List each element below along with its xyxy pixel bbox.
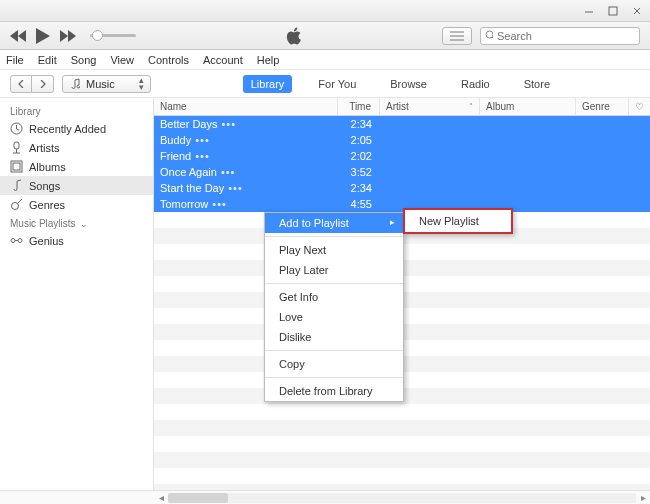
tab-for-you[interactable]: For You (310, 75, 364, 93)
sidebar-item-label: Albums (29, 161, 66, 173)
tab-store[interactable]: Store (516, 75, 558, 93)
player-toolbar (0, 22, 650, 50)
table-row[interactable]: Better Days •••2:34 (154, 116, 650, 132)
table-row[interactable]: Buddy •••2:05 (154, 132, 650, 148)
empty-row (154, 420, 650, 436)
chevron-down-icon: ⌄ (80, 219, 88, 229)
list-view-button[interactable] (442, 27, 472, 45)
search-field-wrapper (480, 27, 640, 45)
nav-back-button[interactable] (10, 75, 32, 93)
song-time: 2:34 (338, 118, 380, 130)
song-name: Friend (160, 150, 191, 162)
sidebar: Library Recently Added Artists Albums So… (0, 98, 154, 490)
menu-controls[interactable]: Controls (148, 54, 189, 66)
more-icon[interactable]: ••• (195, 134, 210, 146)
more-icon[interactable]: ••• (221, 166, 236, 178)
scroll-thumb[interactable] (168, 493, 228, 503)
separator (265, 377, 403, 378)
apple-logo (146, 27, 442, 45)
more-icon[interactable]: ••• (195, 150, 210, 162)
submenu: New Playlist (403, 208, 513, 234)
ctx-play-later[interactable]: Play Later (265, 260, 403, 280)
ctx-dislike[interactable]: Dislike (265, 327, 403, 347)
table-row[interactable]: Tomorrow •••4:55 (154, 196, 650, 212)
sidebar-item-recently-added[interactable]: Recently Added (0, 119, 153, 138)
horizontal-scrollbar[interactable]: ◂ ▸ (154, 491, 650, 504)
menu-account[interactable]: Account (203, 54, 243, 66)
rewind-button[interactable] (10, 30, 26, 42)
empty-row (154, 484, 650, 490)
column-artist[interactable]: Artist˄ (380, 98, 480, 115)
empty-row (154, 436, 650, 452)
sidebar-header-playlists[interactable]: Music Playlists ⌄ (0, 214, 153, 231)
guitar-icon (10, 198, 23, 211)
play-button[interactable] (36, 28, 50, 44)
sidebar-item-genius[interactable]: Genius (0, 231, 153, 250)
sidebar-item-label: Genius (29, 235, 64, 247)
tab-browse[interactable]: Browse (382, 75, 435, 93)
source-selector[interactable]: Music ▴▾ (62, 75, 151, 93)
table-row[interactable]: Start the Day •••2:34 (154, 180, 650, 196)
table-row[interactable]: Once Again •••3:52 (154, 164, 650, 180)
empty-row (154, 468, 650, 484)
svg-marker-8 (68, 30, 76, 42)
ctx-copy[interactable]: Copy (265, 354, 403, 374)
column-genre[interactable]: Genre (576, 98, 629, 115)
song-time: 3:52 (338, 166, 380, 178)
menu-view[interactable]: View (110, 54, 134, 66)
svg-point-23 (18, 239, 22, 243)
nav-forward-button[interactable] (32, 75, 54, 93)
mic-icon (10, 141, 23, 154)
search-icon (485, 30, 493, 41)
forward-button[interactable] (60, 30, 76, 42)
sidebar-item-label: Songs (29, 180, 60, 192)
column-album[interactable]: Album (480, 98, 576, 115)
ctx-play-next[interactable]: Play Next (265, 240, 403, 260)
window-maximize-button[interactable] (604, 4, 622, 18)
menu-help[interactable]: Help (257, 54, 280, 66)
menu-song[interactable]: Song (71, 54, 97, 66)
column-time[interactable]: Time (338, 98, 380, 115)
ctx-love[interactable]: Love (265, 307, 403, 327)
table-row[interactable]: Friend •••2:02 (154, 148, 650, 164)
updown-icon: ▴▾ (139, 77, 144, 91)
song-time: 4:55 (338, 198, 380, 210)
more-icon[interactable]: ••• (212, 198, 227, 210)
ctx-add-to-playlist[interactable]: Add to Playlist ▸ (265, 213, 403, 233)
volume-slider[interactable] (90, 34, 136, 37)
svg-marker-4 (10, 30, 18, 42)
song-time: 2:02 (338, 150, 380, 162)
column-love[interactable]: ♡ (629, 98, 650, 115)
genius-icon (10, 234, 23, 247)
submenu-new-playlist[interactable]: New Playlist (405, 210, 511, 232)
more-icon[interactable]: ••• (228, 182, 243, 194)
search-input[interactable] (497, 30, 635, 42)
song-time: 2:34 (338, 182, 380, 194)
window-minimize-button[interactable] (580, 4, 598, 18)
sidebar-item-artists[interactable]: Artists (0, 138, 153, 157)
music-note-icon (69, 78, 80, 89)
ctx-delete[interactable]: Delete from Library (265, 381, 403, 401)
tab-library[interactable]: Library (243, 75, 293, 93)
clock-icon (10, 122, 23, 135)
sidebar-item-albums[interactable]: Albums (0, 157, 153, 176)
song-rows: Better Days •••2:34Buddy •••2:05Friend •… (154, 116, 650, 490)
ctx-get-info[interactable]: Get Info (265, 287, 403, 307)
column-name[interactable]: Name (154, 98, 338, 115)
scroll-right-icon[interactable]: ▸ (636, 492, 650, 503)
song-name: Start the Day (160, 182, 224, 194)
note-icon (10, 179, 23, 192)
menu-file[interactable]: File (6, 54, 24, 66)
context-menu: Add to Playlist ▸ Play Next Play Later G… (264, 212, 404, 402)
scroll-left-icon[interactable]: ◂ (154, 492, 168, 503)
sidebar-item-genres[interactable]: Genres (0, 195, 153, 214)
empty-row (154, 452, 650, 468)
svg-marker-7 (60, 30, 68, 42)
window-close-button[interactable] (628, 4, 646, 18)
tab-radio[interactable]: Radio (453, 75, 498, 93)
more-icon[interactable]: ••• (221, 118, 236, 130)
sidebar-item-songs[interactable]: Songs (0, 176, 153, 195)
song-name: Tomorrow (160, 198, 208, 210)
menu-edit[interactable]: Edit (38, 54, 57, 66)
sidebar-item-label: Recently Added (29, 123, 106, 135)
